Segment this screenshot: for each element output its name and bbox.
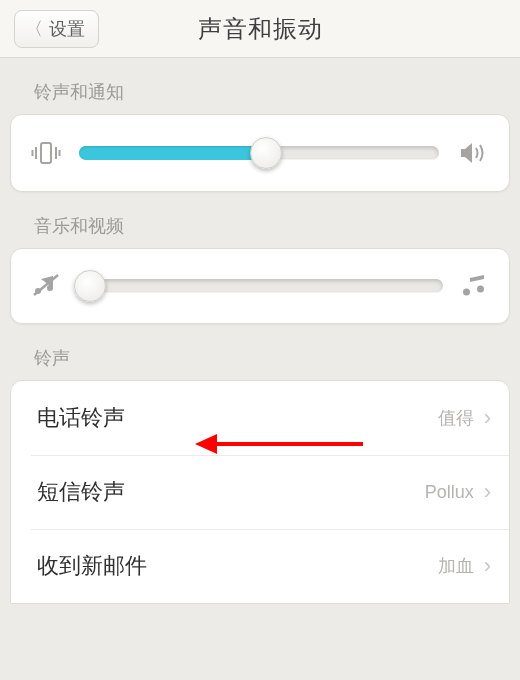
- row-title: 电话铃声: [37, 403, 438, 433]
- ringtone-volume-card: [10, 114, 510, 192]
- music-note-icon: [461, 272, 489, 300]
- speaker-icon: [457, 137, 489, 169]
- slider-thumb[interactable]: [74, 270, 106, 302]
- section-label-ringtone-notifications: 铃声和通知: [34, 80, 506, 104]
- slider-thumb[interactable]: [250, 137, 282, 169]
- media-volume-card: [10, 248, 510, 324]
- row-title: 收到新邮件: [37, 551, 438, 581]
- row-title: 短信铃声: [37, 477, 425, 507]
- new-mail-row[interactable]: 收到新邮件 加血 ›: [11, 529, 509, 603]
- row-value: 加血: [438, 554, 474, 578]
- chevron-right-icon: ›: [484, 405, 491, 431]
- chevron-left-icon: 〈: [25, 20, 43, 38]
- back-button[interactable]: 〈 设置: [14, 10, 99, 48]
- phone-ringtone-row[interactable]: 电话铃声 值得 ›: [11, 381, 509, 455]
- sms-ringtone-row[interactable]: 短信铃声 Pollux ›: [11, 455, 509, 529]
- section-label-ringtones: 铃声: [34, 346, 506, 370]
- music-mute-icon: [31, 271, 61, 301]
- media-volume-slider[interactable]: [79, 279, 443, 293]
- row-value: Pollux: [425, 482, 474, 503]
- slider-fill: [79, 146, 266, 160]
- chevron-right-icon: ›: [484, 553, 491, 579]
- ringtone-volume-slider[interactable]: [79, 146, 439, 160]
- vibrate-icon: [31, 138, 61, 168]
- ringtones-list: 电话铃声 值得 › 短信铃声 Pollux › 收到新邮件 加血 ›: [10, 380, 510, 604]
- svg-rect-0: [41, 143, 51, 163]
- chevron-right-icon: ›: [484, 479, 491, 505]
- section-label-music-video: 音乐和视频: [34, 214, 506, 238]
- back-button-label: 设置: [49, 17, 85, 41]
- row-value: 值得: [438, 406, 474, 430]
- navbar: 〈 设置 声音和振动: [0, 0, 520, 58]
